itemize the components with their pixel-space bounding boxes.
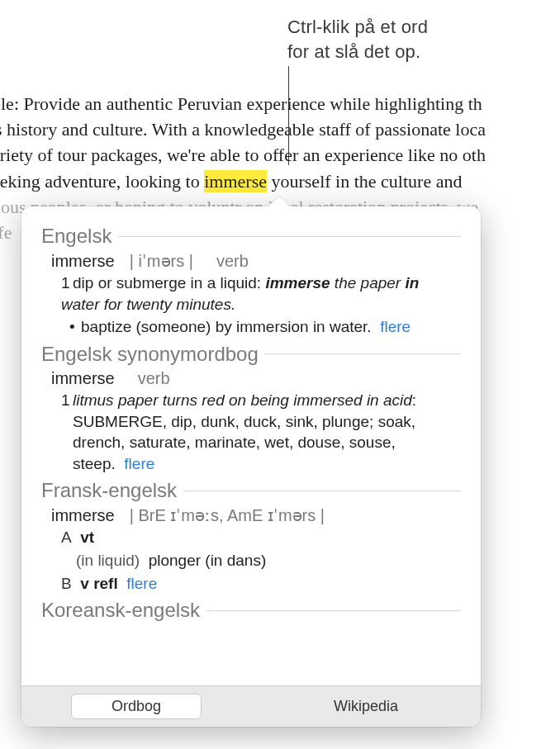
entry-head-row: immerse verb — [51, 369, 461, 388]
more-link[interactable]: flere — [126, 575, 157, 592]
callout-line1: Ctrl-klik på et ord — [287, 15, 428, 40]
section-header-french: Fransk-engelsk — [41, 479, 461, 502]
translation: plonger (in dans) — [149, 552, 267, 569]
example-italic: the paper — [330, 274, 406, 292]
entry-head-row: immerse | BrE ɪˈməːs, AmE ɪˈmərs | — [51, 505, 461, 525]
headword: immerse — [51, 252, 115, 271]
definition-sub-bullet: •baptize (someone) by immersion in water… — [51, 316, 461, 338]
divider — [265, 353, 461, 354]
divider — [183, 491, 461, 491]
dictionary-popover: Engelsk immerse | iˈmərs | verb 1dip or … — [21, 206, 481, 727]
doc-line: eeking adventure, looking to immerse you… — [0, 168, 560, 194]
section-header-english: Engelsk — [41, 225, 461, 248]
doc-fragment: eeking adventure, looking to — [0, 171, 204, 192]
popover-scroll-area[interactable]: Engelsk immerse | iˈmərs | verb 1dip or … — [21, 220, 481, 685]
synonym-primary: SUBMERGE — [73, 413, 163, 430]
synonym-list: SUBMERGE, dip, dunk, duck, sink, plunge;… — [61, 411, 461, 475]
pronunciation: | iˈmərs | — [130, 251, 193, 271]
dictionary-entry-english: immerse | iˈmərs | verb 1dip or submerge… — [41, 251, 461, 338]
definition-block: 1dip or submerge in a liquid: immerse th… — [51, 273, 461, 315]
callout-line2: for at slå det op. — [287, 40, 428, 64]
doc-line: ble: Provide an authentic Peruvian exper… — [0, 91, 560, 116]
pronunciation: | BrE ɪˈməːs, AmE ɪˈmərs | — [130, 505, 325, 525]
definition-number: 1 — [61, 390, 73, 411]
doc-line: 's history and culture. With a knowledge… — [0, 116, 560, 142]
tab-label: Wikipedia — [334, 698, 398, 715]
tab-label: Ordbog — [112, 698, 161, 715]
example-bold: in — [405, 274, 419, 292]
section-title: Koreansk-engelsk — [41, 599, 200, 622]
divider — [206, 610, 461, 611]
divider — [118, 236, 461, 237]
definition-block: B v refl flere — [51, 573, 461, 595]
part-of-speech: v refl — [80, 575, 117, 592]
part-of-speech: verb — [130, 369, 170, 388]
usage-hint: (in liquid) — [76, 552, 140, 569]
example-bold: immerse — [265, 274, 330, 292]
definition-block: A vt — [51, 527, 461, 548]
section-title: Engelsk — [41, 225, 112, 248]
sense-label: B — [61, 573, 76, 595]
part-of-speech: verb — [208, 252, 249, 271]
section-title: Fransk-engelsk — [41, 479, 177, 502]
more-link[interactable]: flere — [380, 318, 411, 335]
definition-text: dip or submerge in a liquid: — [73, 274, 265, 292]
part-of-speech: vt — [80, 529, 94, 546]
doc-line: ariety of tour packages, we're able to o… — [0, 142, 560, 168]
definition-row: (in liquid) plonger (in dans) — [51, 550, 461, 571]
dictionary-entry-thesaurus: immerse verb 1litmus paper turns red on … — [41, 369, 461, 475]
headword: immerse — [51, 369, 115, 388]
highlighted-word[interactable]: immerse — [204, 170, 267, 192]
more-link[interactable]: flere — [124, 455, 154, 472]
entry-head-row: immerse | iˈmərs | verb — [51, 251, 461, 271]
callout-annotation: Ctrl-klik på et ord for at slå det op. — [287, 15, 428, 64]
section-title: Engelsk synonymordbog — [41, 343, 259, 366]
tab-wikipedia[interactable]: Wikipedia — [251, 686, 481, 727]
dictionary-entry-french: immerse | BrE ɪˈməːs, AmE ɪˈmərs | A vt … — [41, 505, 461, 594]
bullet-icon: • — [69, 316, 81, 338]
popover-tab-bar: Ordbog Wikipedia — [21, 685, 481, 727]
definition-block: 1litmus paper turns red on being immerse… — [51, 390, 461, 475]
definition-text: baptize (someone) by immersion in water. — [81, 318, 372, 335]
section-header-korean: Koreansk-engelsk — [41, 599, 461, 622]
section-header-thesaurus: Engelsk synonymordbog — [41, 343, 461, 366]
tab-dictionary[interactable]: Ordbog — [21, 686, 251, 727]
doc-fragment: yourself in the culture and — [267, 171, 462, 192]
sense-label: A — [61, 527, 76, 548]
example-italic: water for twenty minutes. — [61, 296, 235, 313]
definition-number: 1 — [61, 273, 73, 294]
headword: immerse — [51, 506, 115, 525]
thesaurus-example: litmus paper turns red on being immersed… — [73, 391, 412, 409]
